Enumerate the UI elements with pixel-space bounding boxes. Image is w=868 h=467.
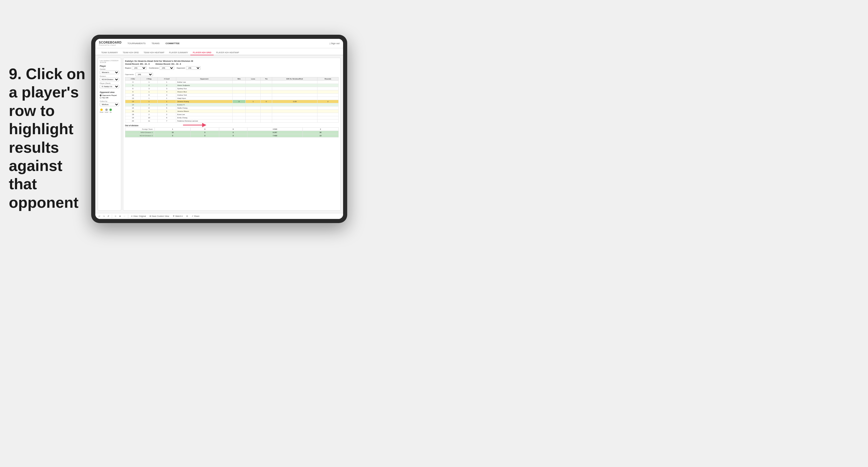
nav-tournaments[interactable]: TOURNAMENTS [126,41,147,45]
legend-dots: Down Level Up [100,108,119,113]
ood-row[interactable]: Foreign Team1004.5002 [125,128,339,131]
division-record: Division Record: 331 - 34 - 6 [155,63,181,65]
col-loss: Loss [245,77,261,81]
table-row[interactable]: 633Sydney Kuo [125,87,339,90]
timestamp: Last Updated: 27/03/2024 16:55:28 [100,60,119,63]
col-div: # Div [125,77,141,81]
table-row[interactable]: 522Alexis Sudjianto [125,84,339,87]
colour-by-section: Colour by Win/loss Down Level [100,100,119,113]
toolbar-undo-redo: ↩ ↪ ↺ [98,215,110,218]
watch-btn[interactable]: 👁 Watch ▾ [172,215,184,218]
table-row[interactable]: 1311Jessica Huang010-3.002 [125,100,339,103]
tab-team-h2h-grid[interactable]: TEAM H2H GRID [120,50,141,55]
tab-player-h2h-grid[interactable]: PLAYER H2H GRID [190,50,214,55]
legend-up: Up [110,108,112,113]
main-content: Last Updated: 27/03/2024 16:55:28 Player… [95,55,343,213]
region-filter: Region (All) [125,66,147,70]
player-section-title: Player [100,65,119,67]
col-rounds: Rounds [317,77,338,81]
radio-opponents-played[interactable]: Opponents Played [100,94,119,96]
tablet-screen: SCOREBOARD Powered by clippd TOURNAMENTS… [95,39,343,219]
opponent-view-title: Opponent view [100,91,119,93]
region-select[interactable]: (All) [132,66,147,70]
division-label: Division [100,75,119,77]
conference-select[interactable]: (All) [159,66,174,70]
col-conf: # Conf [157,77,176,81]
col-reg: # Reg [141,77,157,81]
table-row[interactable]: 1474Eunice Yi [125,103,339,106]
table-row[interactable]: 1311Haeji Hyun [125,97,339,100]
opponent-filter: Opponent (All) [177,66,200,70]
more-btn[interactable]: ··· [123,215,126,217]
radio-dot-opponents [100,94,101,96]
opponent-view: Opponent view Opponents Played Top 100 [100,91,119,99]
opponents-select[interactable]: (All) [135,73,153,76]
down-dot [100,108,103,111]
sign-out-button[interactable]: | Sign out [330,42,340,45]
toolbar-tools: ✂ ⊕ ··· [114,215,126,218]
add-btn[interactable]: ⊕ [118,215,122,218]
pink-arrow-annotation [183,122,207,128]
table-row[interactable]: 914Sharon Mun [125,90,339,94]
ood-table: Foreign Team1004.5002NAIA Division 11500… [125,127,339,137]
player-rank-select[interactable]: 8. Katelyn Vo [100,85,119,88]
refresh-btn[interactable]: ↺ [106,215,110,218]
filter-row: Region (All) Conference (All) Opponent [125,66,339,70]
colour-by-label: Colour by [100,100,119,102]
table-row[interactable]: 1585Stella Chang [125,106,339,110]
toolbar-sep-2 [128,215,128,218]
annotation-container: 9. Click on a player's row to highlight … [9,65,91,212]
share-btn[interactable]: ↗ Share [191,215,200,218]
toolbar-sep-1 [112,215,112,218]
col-opponent: Opponent [176,77,232,81]
colour-by-select[interactable]: Win/loss [100,103,119,106]
overall-record: Overall Record: 353 - 34 - 6 [125,63,150,65]
out-of-division: Out of division Foreign Team1004.5002NAI… [125,124,339,137]
nav-committee[interactable]: COMMITTEE [164,41,181,45]
tab-team-h2h-heatmap[interactable]: TEAM H2H HEATMAP [141,50,167,55]
redo-btn[interactable]: ↪ [102,215,105,218]
player-rank-label: Player (Rank) [100,83,119,84]
layout-btn[interactable]: ⊟ [185,215,189,218]
col-diff: Diff Av Strokes/Rnd [272,77,317,81]
nav-teams[interactable]: TEAMS [150,41,161,45]
radio-top100[interactable]: Top 100 [100,97,119,99]
radio-dot-top100 [100,97,101,99]
table-row[interactable]: 19106Emily Chang [125,116,339,120]
table-row[interactable]: 1063Andrea York [125,94,339,97]
gender-select[interactable]: Women's [100,71,119,74]
view-original-btn[interactable]: ⊙ View: Original [130,215,147,218]
table-row[interactable]: 311Esther Lee [125,81,339,84]
navbar: SCOREBOARD Powered by clippd TOURNAMENTS… [95,39,343,48]
ood-row[interactable]: NCAA Division 25007.40010 [125,134,339,137]
opponent-select[interactable]: (All) [186,66,201,70]
nav-links: TOURNAMENTS TEAMS COMMITTEE [126,41,330,45]
legend-down: Down [100,108,103,113]
table-row[interactable]: 20117Federica Domecq Lacroze [125,120,339,123]
cut-btn[interactable]: ✂ [114,215,117,218]
subnav: TEAM SUMMARY TEAM H2H GRID TEAM H2H HEAT… [95,48,343,55]
bottom-toolbar: ↩ ↪ ↺ ✂ ⊕ ··· ⊙ View: Original ⊞ Save Cu… [95,213,343,219]
tab-player-h2h-heatmap[interactable]: PLAYER H2H HEATMAP [214,50,241,55]
tab-player-summary[interactable]: PLAYER SUMMARY [167,50,191,55]
table-row[interactable]: 1691Jessica Mason [125,110,339,113]
gender-label: Gender [100,68,119,70]
ood-row[interactable]: NAIA Division 115009.26730 [125,131,339,134]
col-tie: Tie [261,77,272,81]
up-dot [110,108,112,111]
tab-team-summary[interactable]: TEAM SUMMARY [99,50,120,55]
annotation-text: 9. Click on a player's row to highlight … [9,65,91,212]
left-panel: Last Updated: 27/03/2024 16:55:28 Player… [98,58,121,211]
tablet-frame: SCOREBOARD Powered by clippd TOURNAMENTS… [91,35,347,223]
col-win: Win [232,77,245,81]
division-select[interactable]: NCAA Division III [100,78,119,81]
h2h-table: # Div # Reg # Conf Opponent Win Loss Tie… [125,77,339,123]
undo-btn[interactable]: ↩ [98,215,101,218]
save-custom-btn[interactable]: ⊞ Save Custom View [149,215,170,218]
opponents-row: Opponents: (All) [125,71,339,76]
level-dot [105,108,108,111]
table-row[interactable]: 1822Euna Lee [125,113,339,116]
logo: SCOREBOARD Powered by clippd [99,41,122,46]
grid-title: Katelyn Vo Head-to-Head Grid for Women's… [125,60,339,62]
grid-record-row: Overall Record: 353 - 34 - 6 Division Re… [125,63,339,65]
